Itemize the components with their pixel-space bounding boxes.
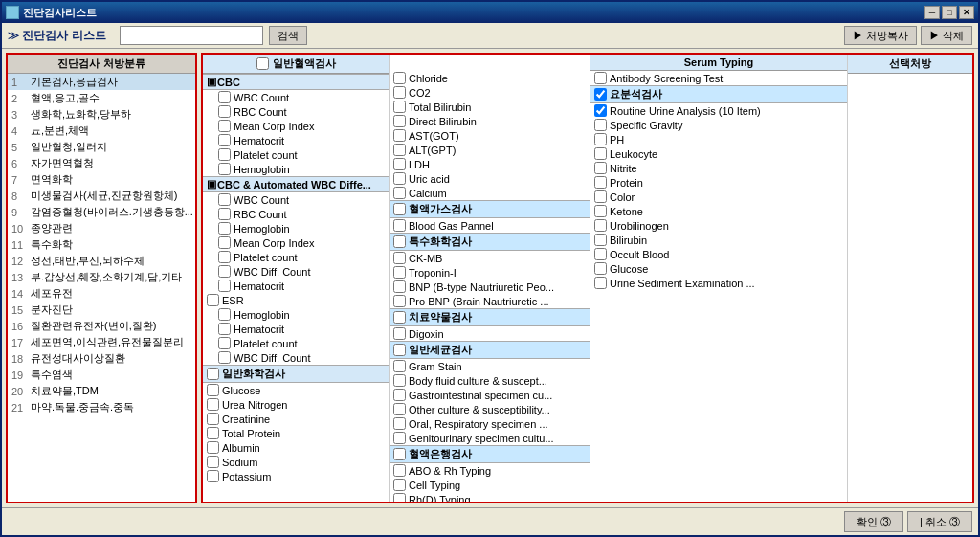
exam-item[interactable]: Gram Stain	[390, 359, 590, 373]
exam-item[interactable]: Direct Bilirubin	[390, 114, 590, 128]
exam-item[interactable]: Specific Gravity	[590, 118, 847, 132]
confirm-button[interactable]: 확인 ③	[844, 511, 903, 532]
section-drug[interactable]: 치료약물검사	[390, 308, 590, 326]
exam-item[interactable]: Hematocrit	[203, 279, 389, 293]
exam-item[interactable]: Gastrointestinal specimen cu...	[390, 388, 590, 402]
list-item[interactable]: 17세포면역,이식관련,유전물질분리	[8, 334, 195, 350]
col1-header-checkbox[interactable]	[256, 57, 269, 70]
exam-item[interactable]: Total Bilirubin	[390, 100, 590, 114]
exam-item[interactable]: CO2	[390, 85, 590, 100]
exam-item[interactable]: Bilirubin	[590, 233, 847, 247]
exam-item[interactable]: Hematocrit	[203, 133, 389, 147]
section-urine[interactable]: 요분석검사	[590, 85, 847, 103]
exam-item[interactable]: RBC Count	[203, 207, 389, 221]
list-item[interactable]: 19특수염색	[8, 367, 195, 383]
exam-item[interactable]: Rh(D) Typing	[390, 492, 590, 502]
exam-item[interactable]: Platelet count	[203, 147, 389, 162]
exam-item[interactable]: Urine Sediment Examination ...	[590, 276, 847, 290]
exam-item[interactable]: Sodium	[203, 455, 389, 469]
exam-item[interactable]: Pro BNP (Brain Nautriuretic ...	[390, 294, 590, 308]
exam-item[interactable]: Nitrite	[590, 161, 847, 175]
exam-item[interactable]: Urea Nitrogen	[203, 397, 389, 412]
exam-item[interactable]: Protein	[590, 175, 847, 190]
exam-item-esr[interactable]: ESR	[203, 293, 389, 307]
exam-item[interactable]: Blood Gas Pannel	[390, 218, 590, 233]
exam-item[interactable]: Creatinine	[203, 412, 389, 426]
list-item[interactable]: 3생화학,뇨화학,당부하	[8, 106, 195, 123]
section-blood-bank[interactable]: 혈액은행검사	[390, 445, 590, 463]
exam-item[interactable]: Occult Blood	[590, 247, 847, 261]
exam-item[interactable]: Routine Urine Analysis (10 Item)	[590, 103, 847, 118]
list-item[interactable]: 2혈액,응고,골수	[8, 90, 195, 106]
exam-item[interactable]: Albumin	[203, 440, 389, 455]
list-item[interactable]: 14세포유전	[8, 285, 195, 302]
exam-item[interactable]: ABO & Rh Typing	[390, 463, 590, 478]
exam-item[interactable]: Ketone	[590, 204, 847, 218]
section-cbc-auto[interactable]: ▣ CBC & Automated WBC Diffe...	[203, 176, 389, 192]
exam-item[interactable]: Potassium	[203, 469, 389, 483]
list-item[interactable]: 20치료약물,TDM	[8, 383, 195, 399]
exam-item[interactable]: Oral, Respiratory specimen ...	[390, 416, 590, 431]
list-item[interactable]: 1기본검사,응급검사	[8, 74, 195, 90]
list-item[interactable]: 18유전성대사이상질환	[8, 350, 195, 367]
exam-item[interactable]: Glucose	[590, 261, 847, 276]
exam-item[interactable]: Digoxin	[390, 326, 590, 341]
exam-item[interactable]: Leukocyte	[590, 146, 847, 161]
search-input[interactable]	[120, 26, 263, 45]
list-item[interactable]: 13부.갑상선,췌장,소화기계,담,기타	[8, 269, 195, 285]
prescription-copy-button[interactable]: ▶ 처방복사	[844, 26, 917, 45]
list-item[interactable]: 11특수화학	[8, 236, 195, 253]
exam-item[interactable]: WBC Diff. Count	[203, 350, 389, 365]
close-button[interactable]: ✕	[959, 6, 974, 19]
exam-item[interactable]: Uric acid	[390, 171, 590, 186]
exam-item[interactable]: WBC Count	[203, 90, 389, 104]
exam-item[interactable]: Hemoglobin	[203, 162, 389, 176]
exam-item[interactable]: RBC Count	[203, 104, 389, 119]
maximize-button[interactable]: □	[942, 6, 957, 19]
exam-item[interactable]: Mean Corp Index	[203, 119, 389, 133]
list-item[interactable]: 9감염증혈청(바이러스.기생충등항...	[8, 204, 195, 220]
exam-item[interactable]: Hemoglobin	[203, 221, 389, 235]
exam-item[interactable]: Other culture & susceptibility...	[390, 402, 590, 416]
search-button[interactable]: 검색	[269, 26, 307, 45]
list-item[interactable]: 21마약.독물.중금속.중독	[8, 399, 195, 415]
section-blood-gas[interactable]: 혈액가스검사	[390, 200, 590, 218]
exam-item[interactable]: Hemoglobin	[203, 307, 389, 322]
list-item[interactable]: 16질환관련유전자(변이,질환)	[8, 318, 195, 334]
list-item[interactable]: 7면역화학	[8, 171, 195, 188]
exam-item[interactable]: Glucose	[203, 383, 389, 397]
exam-item[interactable]: LDH	[390, 157, 590, 171]
section-cbc[interactable]: ▣ CBC	[203, 74, 389, 90]
list-item[interactable]: 12성선,태반,부신,뇌하수체	[8, 253, 195, 269]
exam-item[interactable]: Mean Corp Index	[203, 235, 389, 250]
list-item[interactable]: 5일반혈청,알러지	[8, 139, 195, 155]
exam-item[interactable]: Hematocrit	[203, 322, 389, 336]
exam-item[interactable]: Chloride	[390, 71, 590, 85]
cancel-button[interactable]: | 취소 ③	[907, 511, 972, 532]
exam-item[interactable]: Calcium	[390, 186, 590, 200]
list-item[interactable]: 15분자진단	[8, 302, 195, 318]
exam-item[interactable]: BNP (B-type Nautriuretic Peo...	[390, 280, 590, 294]
exam-item[interactable]: Total Protein	[203, 426, 389, 440]
exam-item[interactable]: Body fluid culture & suscept...	[390, 373, 590, 388]
exam-item[interactable]: ALT(GPT)	[390, 143, 590, 157]
exam-item[interactable]: CK-MB	[390, 251, 590, 265]
list-item[interactable]: 8미생물검사(세균,진균항원항체)	[8, 188, 195, 204]
section-special-chem[interactable]: 특수화학검사	[390, 233, 590, 251]
exam-item[interactable]: Antibody Screening Test	[590, 71, 847, 85]
exam-item[interactable]: Genitourinary specimen cultu...	[390, 431, 590, 445]
exam-item[interactable]: Platelet count	[203, 336, 389, 350]
section-chemistry[interactable]: 일반화학검사	[203, 365, 389, 383]
exam-item[interactable]: Color	[590, 190, 847, 204]
list-item[interactable]: 4뇨,분변,체액	[8, 123, 195, 139]
list-item[interactable]: 10종양관련	[8, 220, 195, 236]
exam-item[interactable]: Urobilinogen	[590, 218, 847, 233]
exam-item[interactable]: WBC Count	[203, 192, 389, 207]
delete-button[interactable]: ▶ 삭제	[921, 26, 972, 45]
list-item[interactable]: 6자가면역혈청	[8, 155, 195, 171]
exam-item[interactable]: Cell Typing	[390, 478, 590, 492]
exam-item[interactable]: WBC Diff. Count	[203, 264, 389, 279]
minimize-button[interactable]: ─	[924, 6, 940, 19]
exam-item[interactable]: PH	[590, 132, 847, 146]
exam-item[interactable]: AST(GOT)	[390, 128, 590, 143]
